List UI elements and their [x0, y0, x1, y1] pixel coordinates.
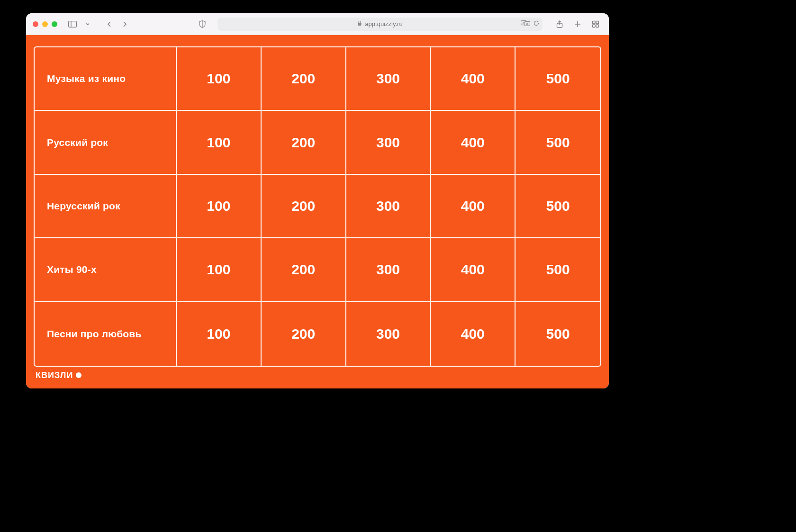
score-cell[interactable]: 300 [346, 47, 431, 111]
score-cell[interactable]: 400 [431, 302, 516, 366]
new-tab-button[interactable] [571, 18, 584, 31]
address-bar-text: app.quizzly.ru [365, 20, 402, 27]
svg-rect-0 [69, 21, 77, 27]
sidebar-toggle-button[interactable] [66, 18, 79, 31]
category-label: Хиты 90-х [35, 238, 177, 302]
browser-toolbar: app.quizzly.ru [26, 13, 609, 35]
score-cell[interactable]: 500 [516, 111, 600, 174]
window-controls [33, 21, 57, 27]
score-cell[interactable]: 500 [516, 302, 600, 366]
score-cell[interactable]: 500 [516, 175, 600, 238]
game-board: Музыка из кино100200300400500Русский рок… [34, 46, 601, 367]
safari-window: app.quizzly.ru [26, 13, 609, 388]
score-cell[interactable]: 500 [516, 238, 600, 302]
score-cell[interactable]: 200 [262, 238, 346, 302]
svg-rect-11 [596, 21, 599, 24]
tab-overview-button[interactable] [589, 18, 602, 31]
brand-dot-icon [76, 372, 81, 378]
category-label: Музыка из кино [35, 47, 177, 111]
forward-button[interactable] [118, 18, 131, 31]
svg-rect-12 [593, 25, 596, 27]
score-cell[interactable]: 100 [177, 111, 262, 174]
score-cell[interactable]: 200 [262, 175, 346, 238]
score-cell[interactable]: 300 [346, 302, 431, 366]
score-cell[interactable]: 200 [262, 47, 346, 111]
category-label: Песни про любовь [35, 302, 177, 366]
score-cell[interactable]: 100 [177, 175, 262, 238]
score-cell[interactable]: 100 [177, 302, 262, 366]
score-cell[interactable]: 400 [431, 47, 516, 111]
score-cell[interactable]: 300 [346, 175, 431, 238]
svg-rect-3 [358, 23, 362, 26]
score-cell[interactable]: 400 [431, 238, 516, 302]
page-content: Музыка из кино100200300400500Русский рок… [26, 35, 609, 388]
brand-label: КВИЗЛИ [36, 370, 73, 380]
score-cell[interactable]: 400 [431, 175, 516, 238]
reload-button[interactable] [533, 20, 540, 28]
score-cell[interactable]: 400 [431, 111, 516, 174]
score-cell[interactable]: 100 [177, 238, 262, 302]
back-button[interactable] [103, 18, 116, 31]
translate-icon[interactable] [521, 20, 530, 28]
lock-icon [357, 20, 362, 27]
score-cell[interactable]: 500 [516, 47, 600, 111]
sidebar-menu-button[interactable] [81, 18, 94, 31]
privacy-shield-icon[interactable] [196, 18, 209, 31]
score-cell[interactable]: 200 [262, 302, 346, 366]
svg-rect-10 [593, 21, 596, 24]
minimize-window-button[interactable] [42, 21, 48, 27]
share-button[interactable] [553, 18, 566, 31]
category-label: Русский рок [35, 111, 177, 174]
score-cell[interactable]: 100 [177, 47, 262, 111]
brand-footer: КВИЗЛИ [34, 367, 601, 384]
fullscreen-window-button[interactable] [52, 21, 57, 27]
score-cell[interactable]: 300 [346, 238, 431, 302]
address-bar[interactable]: app.quizzly.ru [217, 18, 543, 31]
category-label: Нерусский рок [35, 175, 177, 238]
svg-rect-13 [596, 25, 599, 27]
close-window-button[interactable] [33, 21, 38, 27]
score-cell[interactable]: 200 [262, 111, 346, 174]
score-cell[interactable]: 300 [346, 111, 431, 174]
